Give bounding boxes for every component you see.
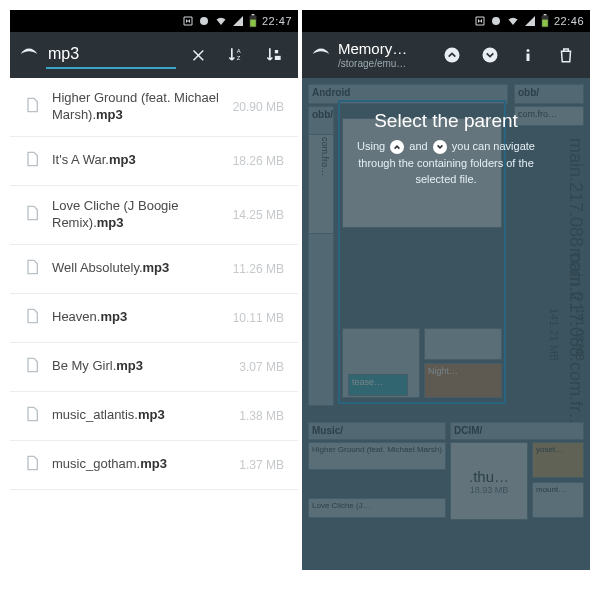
search-input[interactable]	[46, 41, 176, 69]
search-input-wrap	[46, 41, 176, 69]
file-name: Heaven.mp3	[52, 309, 221, 326]
svg-rect-13	[527, 54, 530, 62]
file-size: 11.26 MB	[233, 262, 284, 276]
status-clock: 22:47	[262, 15, 292, 27]
status-bar: 22:46	[302, 10, 590, 32]
file-size: 10.11 MB	[233, 311, 284, 325]
app-bar: AZ	[10, 32, 298, 78]
svg-rect-9	[542, 20, 548, 27]
file-icon	[24, 306, 40, 330]
file-size: 14.25 MB	[233, 208, 284, 222]
svg-point-12	[527, 49, 530, 52]
file-icon	[24, 149, 40, 173]
list-item[interactable]: music_gotham.mp3 1.37 MB	[10, 441, 298, 490]
sort-size-icon	[264, 45, 284, 65]
file-icon	[24, 404, 40, 428]
list-item[interactable]: Love Cliche (J Boogie Remix).mp3 14.25 M…	[10, 186, 298, 245]
sort-az-icon: AZ	[226, 45, 246, 65]
app-logo-icon	[310, 42, 332, 68]
file-name: It's A War.mp3	[52, 152, 221, 169]
svg-rect-2	[250, 20, 256, 27]
file-icon	[24, 95, 40, 119]
path-title-main: Memory…	[338, 41, 430, 58]
phone-right: 22:46 Memory… /storage/emu… Android	[302, 10, 590, 570]
svg-point-10	[445, 48, 460, 63]
info-icon	[519, 46, 537, 64]
file-name: Well Absolutely.mp3	[52, 260, 221, 277]
status-clock: 22:46	[554, 15, 584, 27]
alarm-icon	[490, 15, 502, 27]
battery-icon	[540, 14, 550, 28]
sort-size-button[interactable]	[258, 39, 290, 71]
file-name: music_gotham.mp3	[52, 456, 227, 473]
phone-left: 22:47 AZ Higher Ground (feat. Michael Ma…	[10, 10, 298, 570]
close-icon	[189, 46, 207, 64]
file-size: 1.37 MB	[239, 458, 284, 472]
file-icon	[24, 203, 40, 227]
app-bar: Memory… /storage/emu…	[302, 32, 590, 78]
list-item[interactable]: Higher Ground (feat. Michael Marsh).mp3 …	[10, 78, 298, 137]
chevron-up-circle-icon	[442, 45, 462, 65]
tutorial-overlay[interactable]: Select the parent Using and you can navi…	[302, 78, 590, 570]
sort-az-button[interactable]: AZ	[220, 39, 252, 71]
wifi-icon	[214, 15, 228, 27]
nav-up-button[interactable]	[436, 39, 468, 71]
file-name: Love Cliche (J Boogie Remix).mp3	[52, 198, 221, 232]
svg-rect-6	[275, 56, 281, 60]
status-bar: 22:47	[10, 10, 298, 32]
file-icon	[24, 257, 40, 281]
treemap[interactable]: Android obb/ obb/ com.fro… com.fro… main…	[302, 78, 590, 570]
battery-icon	[248, 14, 258, 28]
info-button[interactable]	[512, 39, 544, 71]
chevron-up-icon	[390, 140, 404, 154]
svg-text:Z: Z	[237, 55, 241, 61]
file-name: music_atlantis.mp3	[52, 407, 227, 424]
file-size: 18.26 MB	[233, 154, 284, 168]
chevron-down-circle-icon	[480, 45, 500, 65]
svg-rect-8	[544, 14, 547, 15]
overlay-text: Using and you can navigate through the c…	[341, 138, 551, 188]
nav-down-button[interactable]	[474, 39, 506, 71]
svg-text:A: A	[237, 48, 241, 54]
nfc-icon	[474, 15, 486, 27]
list-item[interactable]: It's A War.mp3 18.26 MB	[10, 137, 298, 186]
chevron-down-icon	[433, 140, 447, 154]
signal-icon	[232, 15, 244, 27]
trash-icon	[557, 46, 575, 64]
clear-search-button[interactable]	[182, 39, 214, 71]
overlay-title: Select the parent	[374, 110, 518, 132]
list-item[interactable]: Well Absolutely.mp3 11.26 MB	[10, 245, 298, 294]
path-title-sub: /storage/emu…	[338, 58, 430, 69]
svg-rect-1	[252, 14, 255, 15]
signal-icon	[524, 15, 536, 27]
list-item[interactable]: Be My Girl.mp3 3.07 MB	[10, 343, 298, 392]
file-icon	[24, 453, 40, 477]
nfc-icon	[182, 15, 194, 27]
list-item[interactable]: music_atlantis.mp3 1.38 MB	[10, 392, 298, 441]
file-size: 3.07 MB	[239, 360, 284, 374]
file-size: 1.38 MB	[239, 409, 284, 423]
svg-rect-5	[275, 50, 278, 53]
app-logo-icon	[18, 42, 40, 68]
alarm-icon	[198, 15, 210, 27]
file-size: 20.90 MB	[233, 100, 284, 114]
file-icon	[24, 355, 40, 379]
delete-button[interactable]	[550, 39, 582, 71]
file-name: Be My Girl.mp3	[52, 358, 227, 375]
file-list: Higher Ground (feat. Michael Marsh).mp3 …	[10, 78, 298, 570]
wifi-icon	[506, 15, 520, 27]
list-item[interactable]: Heaven.mp3 10.11 MB	[10, 294, 298, 343]
svg-point-11	[483, 48, 498, 63]
file-name: Higher Ground (feat. Michael Marsh).mp3	[52, 90, 221, 124]
path-title[interactable]: Memory… /storage/emu…	[338, 41, 430, 69]
